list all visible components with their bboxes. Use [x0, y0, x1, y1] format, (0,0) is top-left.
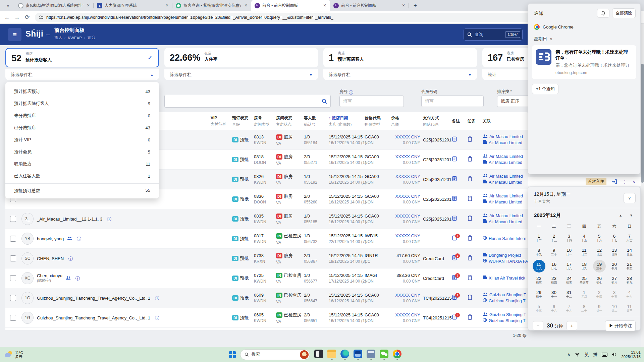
breadcrumb-frontdesk[interactable]: 前台: [88, 35, 95, 40]
stat-card-departures[interactable]: 1 离店 预计离店客人: [323, 48, 477, 67]
column-header[interactable]: 备注: [452, 118, 467, 124]
task-icon[interactable]: [467, 315, 473, 321]
calendar-day[interactable]: 15廿六: [531, 259, 546, 273]
linked-profile[interactable]: Air Macau Limited: [483, 154, 530, 160]
linked-profile[interactable]: Xi 'an Air Travel tick: [483, 275, 530, 281]
search-icon[interactable]: [322, 99, 327, 104]
row-checkbox[interactable]: [10, 216, 16, 222]
calendar-day[interactable]: 6十七: [607, 231, 622, 245]
filter-bar-departures[interactable]: 筛选条件栏▼: [323, 69, 477, 80]
dropdown-item[interactable]: 预计抵店随行客人9: [5, 98, 159, 110]
note-icon[interactable]: 2: [452, 295, 457, 301]
start-button-icon[interactable]: [229, 351, 236, 358]
calendar-day[interactable]: 26初七: [592, 273, 607, 287]
guest-name[interactable]: CHEN, SHEN: [37, 256, 64, 261]
note-icon[interactable]: [452, 137, 457, 143]
ime-language-pinyin[interactable]: 拼: [593, 352, 597, 358]
calendar-day[interactable]: 5小寒: [531, 301, 546, 315]
new-tab-button[interactable]: +: [411, 1, 420, 10]
linked-profile[interactable]: Air Macau Limited: [483, 173, 530, 179]
stat-card-arrivals[interactable]: 52 抵店 预计抵店客人 ✓: [5, 48, 159, 67]
member-number-input[interactable]: 填写: [421, 96, 484, 107]
calendar-prev-month-icon[interactable]: ▲: [619, 214, 622, 217]
note-icon[interactable]: [452, 216, 457, 222]
keyboard-icon[interactable]: [602, 353, 607, 357]
tab-close-icon[interactable]: ×: [322, 3, 327, 8]
column-header[interactable]: ↑ 抵店日期离店 (房晚数): [329, 115, 365, 127]
taskbar-app-device[interactable]: [314, 350, 323, 360]
calendar-day[interactable]: 14廿五: [622, 245, 637, 259]
calendar-day[interactable]: 25圣诞节: [577, 273, 592, 287]
info-icon[interactable]: i: [68, 256, 73, 261]
info-icon[interactable]: i: [155, 316, 159, 320]
file-explorer-icon[interactable]: [327, 350, 336, 358]
guest-name[interactable]: Guizhou_Shunjing_Tiancheng_Travel_Agency…: [37, 296, 150, 301]
info-icon[interactable]: i: [77, 237, 81, 241]
calendar-day[interactable]: 11廿三: [622, 301, 637, 315]
global-search[interactable]: 查询 Ctrl+/: [464, 28, 523, 41]
column-header[interactable]: 支付方式团队代码: [423, 115, 452, 127]
tab-close-icon[interactable]: ×: [86, 3, 91, 8]
calendar-day[interactable]: 28初九: [622, 273, 637, 287]
dropdown-item[interactable]: 未分房抵店0: [5, 110, 159, 122]
note-icon[interactable]: [452, 196, 457, 202]
table-row[interactable]: SCCHEN, SHENiDI预抵0738KRXNDI脏房VA2/0056867…: [5, 249, 530, 268]
calendar-day[interactable]: 11廿二: [577, 245, 592, 259]
notification-card[interactable]: 亲，您有订单未处理哦！求速来处理订单~ 亲，您有订单未处理哦！求速来处理订 eb…: [532, 45, 636, 79]
column-header[interactable]: 预订状态喜好: [232, 115, 254, 127]
taskbar-clock[interactable]: 13:01 2025/12/15: [621, 350, 641, 359]
note-icon[interactable]: 2: [452, 315, 457, 321]
column-header[interactable]: 房间状态客房状态: [276, 115, 304, 127]
stat-card-occupancy[interactable]: 22.66% 在店 入住率: [164, 48, 318, 67]
linked-profile[interactable]: Dongfeng Project: [483, 252, 530, 258]
calendar-day[interactable]: 17廿八: [561, 259, 577, 273]
browser-tab[interactable]: 旅客查询 - 紫楠旅馆业治安信息管×: [172, 0, 251, 11]
taskbar-app-chrome[interactable]: [393, 350, 401, 360]
dropdown-item[interactable]: 已分房抵店43: [5, 122, 159, 134]
dropdown-item[interactable]: 取消抵店11: [5, 158, 159, 170]
dropdown-item[interactable]: 预计 VIP0: [5, 134, 159, 146]
linked-profile[interactable]: Air Macau Limited: [483, 213, 530, 219]
filter-bar-occupancy[interactable]: 筛选条件栏▼: [164, 69, 318, 80]
back-icon[interactable]: ←: [2, 14, 12, 21]
forward-icon[interactable]: →: [12, 14, 22, 21]
calendar-day[interactable]: 8十九: [531, 245, 546, 259]
taskbar-app-blue[interactable]: [354, 350, 362, 360]
taskbar-app-explorer[interactable]: [327, 350, 336, 360]
wechat-icon[interactable]: [380, 350, 388, 358]
row-checkbox[interactable]: [10, 275, 16, 281]
task-icon[interactable]: [467, 177, 473, 182]
linked-profile[interactable]: Air Macau Limited: [483, 140, 530, 146]
taskbar-search[interactable]: 搜索: [240, 349, 310, 360]
guest-name[interactable]: _Air_Macau_Limited__12.1-1.1, 3: [37, 217, 102, 222]
calendar-day[interactable]: 6十八: [546, 301, 561, 315]
table-row[interactable]: 3__Air_Macau_Limited__12.1-1.1, 3iDI预抵08…: [5, 209, 530, 229]
dropdown-total-row[interactable]: 预抵预订总数 55: [5, 183, 159, 195]
linked-profile[interactable]: Air Macau Limited: [483, 179, 530, 185]
more-actions-icon[interactable]: ⋮: [623, 179, 627, 184]
browser-tab[interactable]: 前台 - 前台控制面板×: [251, 0, 330, 11]
task-icon[interactable]: [467, 216, 473, 222]
linked-profile[interactable]: Hunan Sanhe Intern: [483, 236, 530, 242]
calendar-day[interactable]: 7大雪: [622, 231, 637, 245]
calendar-day[interactable]: 16廿七: [546, 259, 561, 273]
group-guests-icon[interactable]: [67, 236, 72, 242]
device-app-icon[interactable]: [314, 350, 323, 358]
calendar-next-month-icon[interactable]: ▼: [630, 214, 633, 217]
room-number-input[interactable]: 填写: [339, 96, 404, 107]
task-icon[interactable]: [467, 137, 473, 143]
site-settings-icon[interactable]: [39, 15, 44, 20]
linked-profile[interactable]: Air Macau Limited: [483, 134, 530, 140]
task-icon[interactable]: [467, 157, 473, 163]
calendar-day[interactable]: 10廿二: [607, 301, 622, 315]
guest-name[interactable]: bongwk, yang: [37, 236, 64, 241]
linked-profile[interactable]: Air Macau Limited: [483, 193, 530, 199]
row-checkbox[interactable]: [10, 315, 16, 321]
calendar-day[interactable]: 4十六: [622, 287, 637, 301]
scrollbar-thumb[interactable]: [641, 64, 644, 183]
table-row[interactable]: YBbongwk, yangiDI预抵0817KWDNIN已检查房VA1/005…: [5, 229, 530, 249]
page-scrollbar[interactable]: [641, 24, 644, 347]
guest-name[interactable]: Guizhou_Shunjing_Tiancheng_Travel_Agency…: [37, 315, 150, 320]
group-guests-icon[interactable]: [66, 275, 71, 281]
calendar-day[interactable]: 9廿一: [592, 301, 607, 315]
